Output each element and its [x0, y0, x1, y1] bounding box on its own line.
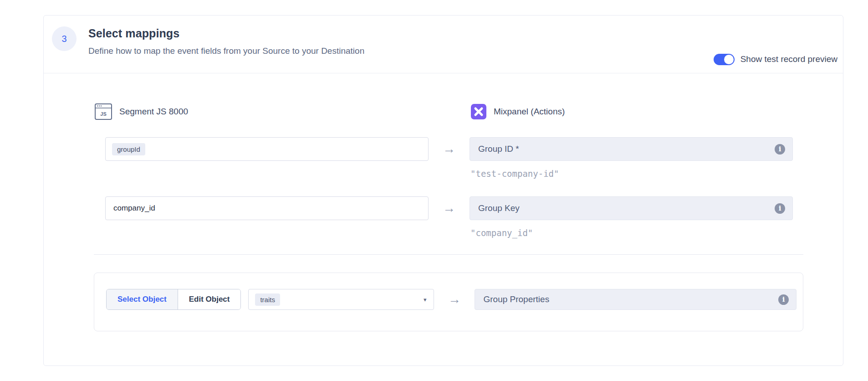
select-mappings-card: 3 Select mappings Define how to map the …	[43, 15, 843, 366]
show-test-record-preview-toggle[interactable]	[714, 54, 735, 65]
toggle-label: Show test record preview	[740, 54, 837, 64]
destination-column-header: Mixpanel (Actions)	[471, 103, 565, 121]
select-object-button[interactable]: Select Object	[107, 289, 178, 309]
object-source-chip: traits	[255, 293, 280, 306]
step-number: 3	[61, 34, 66, 44]
svg-text:JS: JS	[100, 111, 106, 117]
source-field-text[interactable]: company_id	[112, 204, 155, 213]
js-browser-icon: JS	[95, 103, 112, 120]
section-divider	[94, 254, 803, 255]
card-header: 3 Select mappings Define how to map the …	[44, 15, 843, 73]
destination-field-label: Group Key	[478, 203, 775, 213]
mapping-arrow-icon: →	[429, 196, 470, 220]
info-icon[interactable]: i	[775, 144, 785, 154]
object-mapping-row: Select Object Edit Object traits ▾ → Gro…	[106, 289, 797, 310]
destination-field-object: Group Properties i	[475, 289, 797, 310]
source-name-label: Segment JS 8000	[119, 107, 188, 117]
destination-field-label: Group ID *	[478, 144, 775, 154]
destination-field-row2: Group Key i	[470, 196, 793, 220]
destination-field-row1: Group ID * i	[470, 137, 793, 161]
destination-field-label: Group Properties	[483, 294, 778, 304]
chevron-down-icon: ▾	[424, 296, 427, 303]
edit-object-button[interactable]: Edit Object	[178, 289, 241, 309]
test-record-preview-toggle-group: Show test record preview	[714, 53, 837, 66]
destination-name-label: Mixpanel (Actions)	[494, 107, 565, 117]
mapping-arrow-icon: →	[434, 289, 475, 310]
object-mode-segmented-control: Select Object Edit Object	[106, 289, 241, 310]
mixpanel-icon	[471, 104, 486, 119]
test-record-preview-value: "company_id"	[470, 228, 533, 238]
source-field-chip[interactable]: groupId	[112, 143, 145, 155]
object-source-dropdown[interactable]: traits ▾	[248, 289, 434, 310]
page-subtitle: Define how to map the event fields from …	[88, 46, 364, 56]
info-icon[interactable]: i	[778, 294, 789, 305]
info-icon[interactable]: i	[775, 203, 785, 214]
test-record-preview-value: "test-company-id"	[470, 169, 559, 179]
page-title: Select mappings	[88, 27, 179, 40]
source-field-input-row2[interactable]: company_id	[105, 196, 429, 220]
object-mapping-card: Select Object Edit Object traits ▾ → Gro…	[94, 273, 803, 331]
step-number-badge: 3	[52, 26, 77, 51]
toggle-knob	[724, 55, 734, 64]
source-field-input-row1[interactable]: groupId	[105, 137, 429, 161]
source-column-header: JS Segment JS 8000	[95, 103, 188, 121]
mapping-arrow-icon: →	[429, 137, 470, 161]
